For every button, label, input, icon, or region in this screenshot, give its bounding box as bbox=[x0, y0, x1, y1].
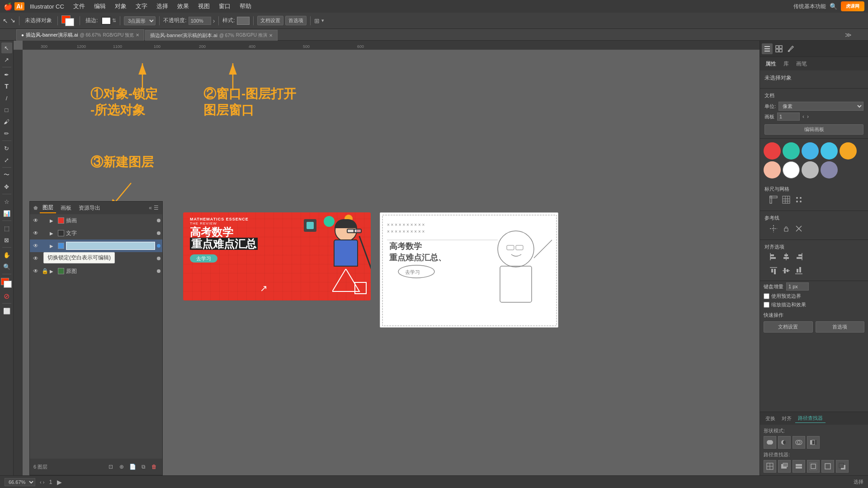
free-transform-tool[interactable]: ✥ bbox=[1, 181, 12, 192]
crop-btn[interactable] bbox=[807, 460, 820, 473]
layer-row-original[interactable]: 👁 🔒 ▶ 原图 bbox=[30, 265, 162, 277]
layer-visibility-original[interactable]: 👁 bbox=[32, 267, 40, 275]
style-box[interactable] bbox=[237, 17, 250, 25]
doc-settings-btn[interactable]: 文档设置 bbox=[257, 16, 283, 25]
properties-icon[interactable] bbox=[762, 43, 773, 54]
menu-item-illustrator[interactable]: Illustrator CC bbox=[26, 2, 68, 11]
swatch-orange[interactable] bbox=[840, 142, 857, 160]
scale-corners-checkbox[interactable] bbox=[764, 293, 769, 299]
layer-expand-text[interactable]: ▶ bbox=[50, 231, 56, 236]
intersect-btn[interactable] bbox=[793, 436, 805, 449]
stroke-arrows[interactable]: ⇅ bbox=[112, 18, 116, 23]
snap-to-grid-icon[interactable] bbox=[793, 194, 804, 205]
minus-back-btn[interactable] bbox=[836, 460, 849, 473]
swatch-white[interactable] bbox=[783, 161, 800, 178]
type-tool[interactable]: T bbox=[1, 81, 12, 92]
align-right-icon[interactable] bbox=[793, 251, 804, 262]
make-clipping-mask-btn[interactable]: ⊡ bbox=[106, 462, 115, 471]
symbol-tool[interactable]: ☆ bbox=[1, 196, 12, 207]
menu-item-help[interactable]: 帮助 bbox=[236, 1, 255, 11]
lock-guides-icon[interactable] bbox=[781, 223, 792, 234]
right-tab-brush[interactable]: 画笔 bbox=[793, 58, 811, 70]
swatch-purple-gray[interactable] bbox=[821, 161, 838, 178]
column-graph-tool[interactable]: 📊 bbox=[1, 208, 12, 219]
exclude-btn[interactable] bbox=[807, 436, 820, 449]
divide-btn[interactable] bbox=[764, 460, 776, 473]
arrange-arrow[interactable]: ▾ bbox=[321, 18, 324, 23]
swatch-blue[interactable] bbox=[802, 142, 819, 160]
rotate-tool[interactable]: ↻ bbox=[1, 143, 12, 154]
artboard-tool[interactable]: ⬚ bbox=[1, 223, 12, 234]
layer-row-editing[interactable]: 👁 ▶ 切换锁定(空白表示可编辑) bbox=[30, 239, 162, 252]
line-tool[interactable]: / bbox=[1, 93, 12, 103]
opacity-arrow-right[interactable]: › bbox=[213, 17, 215, 24]
playback-btn[interactable]: ▶ bbox=[57, 479, 62, 486]
layers-panel-menu-btn[interactable]: ☰ bbox=[154, 205, 159, 211]
align-bottom-icon[interactable] bbox=[793, 265, 804, 276]
layer-lock-text[interactable] bbox=[42, 230, 48, 236]
direct-selection-tool[interactable]: ↗ bbox=[1, 54, 12, 65]
scale-tool[interactable]: ⤢ bbox=[1, 155, 12, 165]
zoom-tool[interactable]: 🔍 bbox=[1, 261, 12, 272]
layer-lock-editing[interactable] bbox=[42, 243, 48, 249]
align-left-icon[interactable] bbox=[768, 251, 779, 262]
swatch-red[interactable] bbox=[764, 142, 781, 160]
canvas-area[interactable]: 300 1200 1100 100 200 400 500 600 ①对象-锁定… bbox=[14, 41, 760, 475]
warp-tool[interactable]: 〜 bbox=[1, 169, 12, 180]
arrange-icon[interactable]: ⊞ bbox=[314, 17, 320, 24]
artboard-prev[interactable]: ‹ bbox=[802, 113, 804, 120]
right-tab-properties[interactable]: 属性 bbox=[762, 58, 780, 70]
align-top-icon[interactable] bbox=[768, 265, 779, 276]
duplicate-layer-btn[interactable]: ⧉ bbox=[139, 462, 148, 471]
layer-expand-editing[interactable]: ▶ bbox=[50, 244, 56, 249]
status-arrows[interactable]: ‹ › bbox=[40, 479, 44, 485]
tab-1[interactable]: ● 插边风-banner演示稿.ai @ 66.67% RGB/GPU 预览 ✕ bbox=[16, 29, 144, 41]
menu-item-select[interactable]: 选择 bbox=[153, 1, 172, 11]
minus-front-btn[interactable] bbox=[778, 436, 791, 449]
library-icon[interactable] bbox=[774, 43, 784, 54]
show-rulers-icon[interactable] bbox=[768, 194, 779, 205]
fill-color[interactable] bbox=[61, 14, 76, 27]
layers-tab-export[interactable]: 资源导出 bbox=[76, 203, 103, 213]
new-layer-btn[interactable]: 📄 bbox=[128, 462, 137, 471]
menu-item-file[interactable]: 文件 bbox=[70, 1, 89, 11]
menu-item-view[interactable]: 视图 bbox=[194, 1, 213, 11]
add-sublayer-btn[interactable]: ⊕ bbox=[117, 462, 126, 471]
menu-item-window[interactable]: 窗口 bbox=[215, 1, 234, 11]
scale-strokes-checkbox[interactable] bbox=[764, 302, 769, 308]
pencil-tool[interactable]: ✏ bbox=[1, 128, 12, 139]
layer-visibility-colors[interactable]: 👁 bbox=[32, 254, 40, 263]
show-grid-icon[interactable] bbox=[781, 194, 792, 205]
kbd-increment-input[interactable] bbox=[786, 282, 809, 291]
layer-expand-illustration[interactable]: ▶ bbox=[50, 218, 56, 223]
pen-tool[interactable]: ✒ bbox=[1, 69, 12, 80]
menu-item-text[interactable]: 文字 bbox=[132, 1, 151, 11]
layers-panel-collapse-btn[interactable]: « bbox=[149, 205, 152, 211]
opacity-input[interactable] bbox=[189, 17, 211, 25]
rect-tool[interactable]: □ bbox=[1, 104, 12, 115]
menu-item-edit[interactable]: 编辑 bbox=[90, 1, 109, 11]
tab-2[interactable]: 插边风-banner演示稿的副本.ai @ 67% RGB/GPU 推演 ✕ bbox=[145, 30, 277, 41]
swatch-gray[interactable] bbox=[802, 161, 819, 178]
align-center-h-icon[interactable] bbox=[781, 251, 792, 262]
layers-tab-artboards[interactable]: 画板 bbox=[58, 203, 74, 213]
show-guides-icon[interactable] bbox=[768, 223, 779, 234]
fill-stroke-indicator[interactable] bbox=[1, 278, 13, 290]
layer-visibility-illustration[interactable]: 👁 bbox=[32, 216, 40, 225]
workspace-selector[interactable]: 传统基本功能 bbox=[793, 3, 826, 10]
shape-selector[interactable]: 3点圆形 bbox=[124, 16, 156, 25]
layer-name-input[interactable] bbox=[66, 242, 155, 250]
apple-menu[interactable]: 🍎 bbox=[4, 2, 13, 11]
search-icon[interactable]: 🔍 bbox=[830, 3, 837, 10]
unite-btn[interactable] bbox=[764, 436, 776, 449]
slice-tool[interactable]: ⊠ bbox=[1, 235, 12, 245]
toolbar-selection-icon[interactable]: ↖ bbox=[3, 17, 8, 24]
swatch-teal[interactable] bbox=[783, 142, 800, 160]
trim-btn[interactable] bbox=[778, 460, 791, 473]
preferences-btn[interactable]: 首选项 bbox=[285, 16, 307, 25]
merge-btn[interactable] bbox=[793, 460, 805, 473]
align-center-v-icon[interactable] bbox=[781, 265, 792, 276]
artboard-nav[interactable]: 1 bbox=[49, 479, 52, 485]
tab-2-close[interactable]: ✕ bbox=[269, 33, 273, 38]
layer-row-text[interactable]: 👁 ▶ 文字 bbox=[30, 227, 162, 239]
